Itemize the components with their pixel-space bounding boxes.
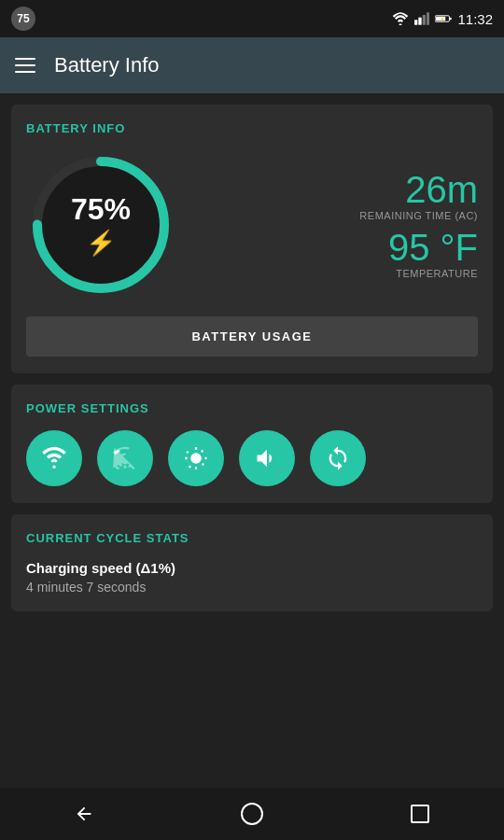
charging-speed-label: Charging speed (Δ1%): [26, 560, 478, 576]
sync-button[interactable]: [310, 430, 366, 486]
signal-icon: [414, 12, 429, 25]
svg-text:⚡: ⚡: [441, 16, 446, 22]
battery-info-title: BATTERY INFO: [26, 121, 478, 135]
back-icon: [74, 804, 94, 824]
recents-icon: [411, 805, 429, 823]
back-button[interactable]: [56, 795, 112, 833]
app-bar-title: Battery Info: [54, 53, 160, 77]
menu-button[interactable]: [15, 58, 35, 73]
power-settings-title: POWER SETTINGS: [26, 401, 478, 415]
remaining-time-value: 26m: [359, 171, 478, 208]
brightness-button[interactable]: [168, 430, 224, 486]
wifi-off-button[interactable]: [97, 430, 153, 486]
battery-main-row: 75% ⚡ 26m REMAINING TIME (AC) 95 °F TEMP…: [26, 150, 478, 300]
battery-info-card: BATTERY INFO 75% ⚡ 26m REMAIN: [11, 105, 493, 373]
svg-rect-1: [419, 18, 422, 25]
battery-percent-text: 75%: [71, 192, 131, 227]
battery-percent-center: 75% ⚡: [71, 192, 131, 258]
recents-button[interactable]: [392, 795, 448, 833]
charging-bolt-icon: ⚡: [86, 229, 116, 258]
svg-rect-3: [427, 12, 429, 24]
app-bar: Battery Info: [0, 37, 504, 93]
power-icons-row: [26, 430, 478, 486]
bottom-nav: [0, 788, 504, 840]
main-content: BATTERY INFO 75% ⚡ 26m REMAIN: [0, 93, 504, 788]
svg-rect-5: [450, 18, 452, 21]
remaining-time-label: REMAINING TIME (AC): [359, 210, 478, 221]
home-button[interactable]: [224, 795, 280, 833]
svg-rect-2: [423, 15, 426, 25]
temperature-value: 95 °F: [388, 229, 478, 266]
cycle-stats-card: CURRENT CYCLE STATS Charging speed (Δ1%)…: [11, 514, 493, 611]
cycle-stats-title: CURRENT CYCLE STATS: [26, 531, 478, 545]
status-bar: 75 ⚡ 11:32: [0, 0, 504, 37]
temperature-label: TEMPERATURE: [388, 268, 478, 279]
notification-badge: 75: [11, 7, 35, 31]
home-icon: [241, 803, 263, 825]
battery-stats: 26m REMAINING TIME (AC) 95 °F TEMPERATUR…: [194, 171, 478, 279]
svg-rect-0: [414, 20, 417, 24]
battery-status-icon: ⚡: [435, 13, 452, 24]
battery-circle: 75% ⚡: [26, 150, 175, 300]
wifi-on-button[interactable]: [26, 430, 82, 486]
wifi-status-icon: [392, 12, 409, 25]
status-time: 11:32: [457, 11, 493, 27]
temperature-group: 95 °F TEMPERATURE: [388, 229, 478, 279]
status-right: ⚡ 11:32: [392, 11, 493, 27]
battery-usage-button[interactable]: BATTERY USAGE: [26, 316, 478, 357]
charging-speed-value: 4 minutes 7 seconds: [26, 580, 478, 595]
status-left: 75: [11, 7, 35, 31]
power-settings-card: POWER SETTINGS: [11, 385, 493, 503]
remaining-time-group: 26m REMAINING TIME (AC): [359, 171, 478, 221]
volume-button[interactable]: [239, 430, 295, 486]
